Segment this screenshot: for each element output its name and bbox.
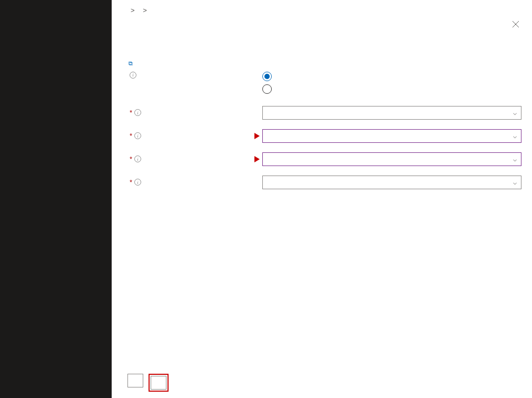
info-icon[interactable]: i <box>134 109 141 116</box>
resource-type-select[interactable]: ⌵ <box>262 129 521 143</box>
info-icon[interactable]: i <box>134 179 141 186</box>
close-icon[interactable] <box>510 18 521 32</box>
subscription-label: * i <box>127 109 262 117</box>
learn-more-link[interactable]: ⧉ <box>127 59 133 67</box>
resource-type-label: * i <box>127 132 262 140</box>
external-link-icon: ⧉ <box>129 60 133 66</box>
sidebar-nav <box>0 0 112 398</box>
target-sub-resource-select[interactable]: ⌵ <box>262 176 521 189</box>
main-panel: > > ⧉ i <box>112 0 532 398</box>
connection-method-label: i <box>127 72 262 79</box>
resource-select[interactable]: ⌵ <box>262 152 521 166</box>
next-button-highlight <box>149 374 169 392</box>
wizard-tabs <box>127 49 521 50</box>
connection-method-alias-radio[interactable] <box>262 84 521 94</box>
info-icon[interactable]: i <box>130 72 136 79</box>
breadcrumb-separator: > <box>131 6 135 14</box>
resource-label: * i <box>127 155 262 163</box>
wizard-footer <box>127 374 521 392</box>
next-button[interactable] <box>151 376 166 390</box>
chevron-down-icon: ⌵ <box>513 109 517 117</box>
info-icon[interactable]: i <box>134 132 141 139</box>
chevron-down-icon: ⌵ <box>513 156 517 163</box>
previous-button[interactable] <box>127 374 143 387</box>
connection-method-directory-radio[interactable] <box>262 72 521 81</box>
breadcrumb-separator: > <box>143 6 147 14</box>
target-sub-resource-label: * i <box>127 178 262 186</box>
description-text: ⧉ <box>127 58 521 69</box>
radio-unchecked-icon <box>262 84 272 94</box>
subscription-select[interactable]: ⌵ <box>262 106 521 120</box>
chevron-down-icon: ⌵ <box>513 179 517 186</box>
breadcrumb: > > <box>127 6 521 14</box>
radio-checked-icon <box>262 72 272 81</box>
info-icon[interactable]: i <box>134 156 141 162</box>
chevron-down-icon: ⌵ <box>513 132 517 140</box>
